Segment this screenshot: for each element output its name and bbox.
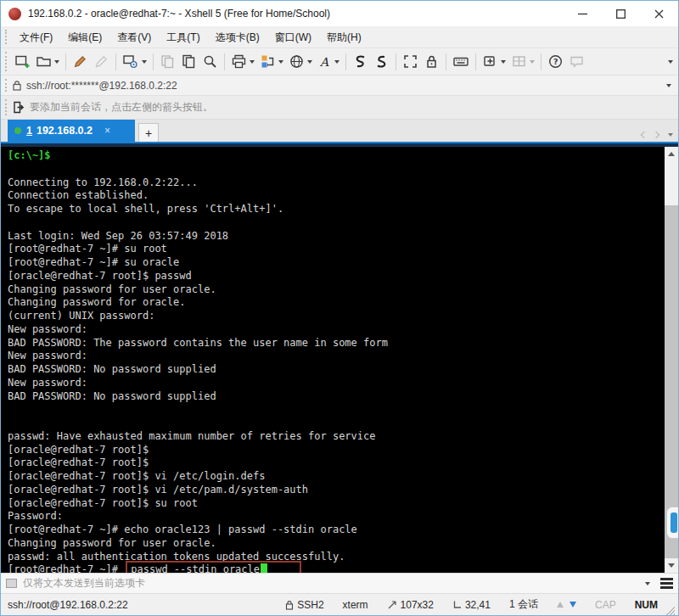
status-protocol: SSH2 [285,599,323,611]
address-url[interactable]: ssh://root:*******@192.168.0.2:22 [26,80,177,92]
terminal-line: passwd: all authentication tokens update… [8,551,665,564]
find-icon[interactable] [199,51,221,73]
new-session-icon[interactable] [12,51,33,73]
tab-connected-dot [14,127,21,134]
menu-bar: 文件(F) 编辑(E) 查看(V) 工具(T) 选项卡(B) 窗口(W) 帮助(… [1,26,678,48]
terminal-output: [c:\~]$ Connecting to 192.168.0.2:22... … [1,149,665,573]
scrollbar-down-icon[interactable] [665,558,678,573]
session-properties-icon[interactable] [120,51,149,73]
tab-close-icon[interactable]: × [104,125,110,137]
terminal-line: [oracle@redhat-7 root]$ su root [8,497,665,511]
menu-tools[interactable]: 工具(T) [159,26,207,48]
svg-text:A: A [319,55,329,69]
terminal-line: Last login: Wed Sep 26 03:57:49 2018 [8,230,665,244]
maximize-button[interactable] [602,1,640,26]
virtual-keyboard-icon[interactable] [450,51,472,73]
print-caret[interactable] [250,60,255,64]
menu-file[interactable]: 文件(F) [12,26,60,48]
terminal-line [8,403,665,417]
terminal-line: [oracle@redhat-7 root]$ vi /etc/pam.d/sy… [8,484,665,497]
infobar-grip [5,99,9,115]
xshell-window: 192.168.0.2 - oracle@redhat-7:~ - Xshell… [0,0,679,616]
duplicate-disabled-icon [157,51,178,73]
menu-tab[interactable]: 选项卡(B) [208,26,267,48]
address-dropdown-caret[interactable] [666,84,671,87]
svg-text:?: ? [553,57,558,66]
scrollbar-up-icon[interactable] [665,147,678,161]
tab-scroll-right-icon[interactable] [653,132,659,138]
new-terminal-window-caret[interactable] [501,60,506,64]
minimize-button[interactable] [564,1,602,26]
terminal-line: New password: [8,350,665,363]
terminal-line: BAD PASSWORD: No password supplied [8,390,665,404]
new-tab-button[interactable]: + [138,123,159,142]
menu-view[interactable]: 查看(V) [109,26,159,48]
send-bar-menu-icon[interactable] [660,578,673,589]
terminal-line: New password: [8,377,665,390]
scrollbar-thumb[interactable] [665,161,678,205]
status-position-icon [452,600,462,609]
xftp-transfer-icon[interactable] [371,51,392,73]
status-session-count[interactable]: 1 会话 [509,597,538,612]
open-url-caret[interactable] [307,60,312,64]
terminal-line: Password: [8,510,665,524]
terminal-line: BAD PASSWORD: The password contains the … [8,337,665,350]
copy-icon[interactable] [178,51,199,73]
terminal-line: [oracle@redhat-7 root]$ [8,444,665,457]
toolbar: A ? [1,48,678,76]
color-scheme-caret[interactable] [278,60,283,64]
status-lock-icon [285,600,294,610]
menu-edit[interactable]: 编辑(E) [60,26,109,48]
tab-scroll-left-icon[interactable] [641,132,648,138]
add-session-arrow-icon[interactable] [12,101,25,114]
terminal-area[interactable]: [c:\~]$ Connecting to 192.168.0.2:22... … [1,147,678,573]
open-sessions-caret[interactable] [54,60,59,64]
address-bar[interactable]: ssh://root:*******@192.168.0.2:22 [1,76,678,96]
terminal-cursor [261,563,267,573]
terminal-line: New password: [8,323,665,337]
open-url-globe-icon[interactable] [286,51,315,73]
terminal-line: [root@redhat-7 ~]# echo oracle123 | pass… [8,524,665,537]
help-icon[interactable]: ? [545,51,566,73]
xshell-app-icon [8,8,21,20]
status-terminal-type: xterm [343,599,368,611]
terminal-line: Connection established. [8,189,665,203]
layout-disabled-caret [530,60,535,64]
print-icon[interactable] [228,51,257,73]
scroll-float-button[interactable] [666,507,678,539]
xagent-icon[interactable] [350,51,371,73]
terminal-line: [root@redhat-7 ~]# su root [8,243,665,256]
session-tab[interactable]: 1 192.168.0.2 × [8,120,135,142]
toolbar-overflow-caret[interactable] [668,60,673,64]
lock-screen-icon[interactable] [421,51,442,73]
status-cursor-position: 32,41 [452,599,491,611]
menu-window[interactable]: 窗口(W) [267,26,319,48]
edit-session-icon[interactable] [70,51,91,73]
terminal-line: Connecting to 192.168.0.2:22... [8,176,665,190]
status-terminal-size: 107x32 [387,599,434,611]
terminal-last-line: [root@redhat-7 ~]# passwd --stdin oracle [8,563,665,573]
terminal-command: passwd --stdin oracle [131,563,260,573]
terminal-line: [oracle@redhat-7 root]$ [8,456,665,470]
fullscreen-icon[interactable] [400,51,421,73]
edit-disabled-icon [91,51,112,73]
close-button[interactable] [640,1,678,26]
terminal-line: Changing password for user oracle. [8,537,665,551]
menu-help[interactable]: 帮助(H) [319,26,369,48]
send-bar-caret[interactable] [645,582,650,585]
font-icon[interactable]: A [315,51,342,73]
font-caret[interactable] [334,60,340,64]
color-scheme-icon[interactable] [257,51,286,73]
send-mode-icon [6,579,17,588]
window-resize-grip[interactable] [666,607,675,615]
new-terminal-window-icon[interactable] [480,51,508,73]
terminal-line: BAD PASSWORD: No password supplied [8,363,665,377]
open-sessions-icon[interactable] [33,51,62,73]
download-arrow-icon [570,602,576,608]
addressbar-grip [5,79,9,92]
tab-list-caret[interactable] [668,133,673,137]
upload-arrow-icon [557,602,564,608]
send-bar-text[interactable]: 仅将文本发送到当前选项卡 [23,576,145,591]
info-bar-text: 要添加当前会话，点击左侧的箭头按钮。 [30,100,213,115]
session-properties-caret[interactable] [142,60,147,64]
